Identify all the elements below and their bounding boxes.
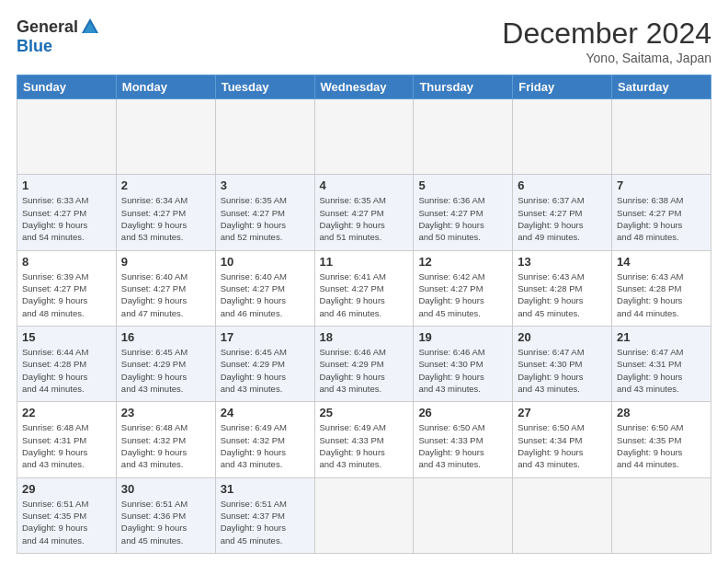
table-row — [116, 99, 215, 175]
table-row: 3Sunrise: 6:35 AMSunset: 4:27 PMDaylight… — [215, 175, 314, 250]
day-number: 4 — [320, 178, 409, 192]
day-number: 18 — [320, 330, 409, 344]
table-row: 10Sunrise: 6:40 AMSunset: 4:27 PMDayligh… — [215, 250, 314, 326]
day-number: 16 — [121, 330, 210, 344]
day-number: 29 — [22, 482, 111, 496]
table-row: 26Sunrise: 6:50 AMSunset: 4:33 PMDayligh… — [414, 402, 513, 477]
day-info: Sunrise: 6:41 AMSunset: 4:27 PMDaylight:… — [320, 270, 409, 319]
table-row: 22Sunrise: 6:48 AMSunset: 4:31 PMDayligh… — [17, 402, 117, 477]
table-row — [414, 99, 513, 175]
day-info: Sunrise: 6:49 AMSunset: 4:32 PMDaylight:… — [221, 421, 310, 470]
calendar-week-row: 1Sunrise: 6:33 AMSunset: 4:27 PMDaylight… — [17, 175, 711, 250]
col-thursday: Thursday — [414, 75, 513, 99]
day-number: 21 — [617, 330, 706, 344]
header: General Blue December 2024 Yono, Saitama… — [17, 17, 711, 65]
logo-icon — [80, 17, 100, 37]
table-row — [215, 99, 314, 175]
table-row: 28Sunrise: 6:50 AMSunset: 4:35 PMDayligh… — [612, 402, 711, 477]
day-number: 12 — [418, 255, 507, 269]
header-right: December 2024 Yono, Saitama, Japan — [502, 17, 711, 65]
table-row: 24Sunrise: 6:49 AMSunset: 4:32 PMDayligh… — [215, 402, 314, 477]
day-info: Sunrise: 6:48 AMSunset: 4:32 PMDaylight:… — [121, 421, 210, 470]
table-row: 21Sunrise: 6:47 AMSunset: 4:31 PMDayligh… — [612, 326, 711, 401]
table-row — [314, 99, 414, 175]
table-row: 27Sunrise: 6:50 AMSunset: 4:34 PMDayligh… — [513, 402, 612, 477]
table-row: 2Sunrise: 6:34 AMSunset: 4:27 PMDaylight… — [116, 175, 215, 250]
day-number: 30 — [121, 482, 210, 496]
table-row: 20Sunrise: 6:47 AMSunset: 4:30 PMDayligh… — [513, 326, 612, 401]
table-row: 11Sunrise: 6:41 AMSunset: 4:27 PMDayligh… — [314, 250, 414, 326]
table-row: 15Sunrise: 6:44 AMSunset: 4:28 PMDayligh… — [17, 326, 117, 401]
day-number: 7 — [617, 178, 706, 192]
day-number: 8 — [22, 255, 111, 269]
table-row: 29Sunrise: 6:51 AMSunset: 4:35 PMDayligh… — [17, 477, 117, 553]
table-row: 16Sunrise: 6:45 AMSunset: 4:29 PMDayligh… — [116, 326, 215, 401]
location: Yono, Saitama, Japan — [502, 51, 711, 65]
calendar-week-row: 15Sunrise: 6:44 AMSunset: 4:28 PMDayligh… — [17, 326, 711, 401]
col-wednesday: Wednesday — [314, 75, 414, 99]
table-row: 25Sunrise: 6:49 AMSunset: 4:33 PMDayligh… — [314, 402, 414, 477]
day-number: 27 — [518, 406, 607, 419]
day-info: Sunrise: 6:51 AMSunset: 4:35 PMDaylight:… — [22, 498, 111, 546]
day-info: Sunrise: 6:46 AMSunset: 4:30 PMDaylight:… — [418, 346, 507, 395]
day-info: Sunrise: 6:49 AMSunset: 4:33 PMDaylight:… — [320, 421, 409, 470]
table-row: 17Sunrise: 6:45 AMSunset: 4:29 PMDayligh… — [215, 326, 314, 401]
table-row: 14Sunrise: 6:43 AMSunset: 4:28 PMDayligh… — [612, 250, 711, 326]
day-number: 26 — [418, 406, 507, 419]
table-row — [612, 477, 711, 553]
day-info: Sunrise: 6:47 AMSunset: 4:30 PMDaylight:… — [518, 346, 607, 395]
day-number: 19 — [418, 330, 507, 344]
table-row: 1Sunrise: 6:33 AMSunset: 4:27 PMDaylight… — [17, 175, 117, 250]
table-row — [513, 477, 612, 553]
day-info: Sunrise: 6:45 AMSunset: 4:29 PMDaylight:… — [221, 346, 310, 395]
day-info: Sunrise: 6:47 AMSunset: 4:31 PMDaylight:… — [617, 346, 706, 395]
col-sunday: Sunday — [17, 75, 117, 99]
calendar-table: Sunday Monday Tuesday Wednesday Thursday… — [17, 75, 711, 554]
day-info: Sunrise: 6:50 AMSunset: 4:33 PMDaylight:… — [418, 421, 507, 470]
day-number: 2 — [121, 178, 210, 192]
day-info: Sunrise: 6:48 AMSunset: 4:31 PMDaylight:… — [22, 421, 111, 470]
logo-blue-text: Blue — [17, 37, 52, 56]
day-info: Sunrise: 6:34 AMSunset: 4:27 PMDaylight:… — [121, 194, 210, 243]
col-saturday: Saturday — [612, 75, 711, 99]
day-info: Sunrise: 6:37 AMSunset: 4:27 PMDaylight:… — [518, 194, 607, 243]
day-number: 31 — [221, 482, 310, 496]
table-row: 9Sunrise: 6:40 AMSunset: 4:27 PMDaylight… — [116, 250, 215, 326]
day-number: 20 — [518, 330, 607, 344]
table-row: 5Sunrise: 6:36 AMSunset: 4:27 PMDaylight… — [414, 175, 513, 250]
day-info: Sunrise: 6:51 AMSunset: 4:36 PMDaylight:… — [121, 498, 210, 546]
table-row: 19Sunrise: 6:46 AMSunset: 4:30 PMDayligh… — [414, 326, 513, 401]
day-number: 23 — [121, 406, 210, 419]
table-row: 12Sunrise: 6:42 AMSunset: 4:27 PMDayligh… — [414, 250, 513, 326]
day-info: Sunrise: 6:43 AMSunset: 4:28 PMDaylight:… — [518, 270, 607, 319]
day-number: 25 — [320, 406, 409, 419]
day-number: 14 — [617, 255, 706, 269]
month-title: December 2024 — [502, 17, 711, 51]
day-info: Sunrise: 6:45 AMSunset: 4:29 PMDaylight:… — [121, 346, 210, 395]
day-number: 28 — [617, 406, 706, 419]
day-info: Sunrise: 6:40 AMSunset: 4:27 PMDaylight:… — [221, 270, 310, 319]
day-number: 1 — [22, 178, 111, 192]
day-info: Sunrise: 6:50 AMSunset: 4:34 PMDaylight:… — [518, 421, 607, 470]
table-row — [314, 477, 414, 553]
col-tuesday: Tuesday — [215, 75, 314, 99]
table-row — [17, 99, 117, 175]
table-row: 23Sunrise: 6:48 AMSunset: 4:32 PMDayligh… — [116, 402, 215, 477]
day-number: 15 — [22, 330, 111, 344]
day-number: 22 — [22, 406, 111, 419]
day-number: 17 — [221, 330, 310, 344]
day-info: Sunrise: 6:33 AMSunset: 4:27 PMDaylight:… — [22, 194, 111, 243]
day-info: Sunrise: 6:43 AMSunset: 4:28 PMDaylight:… — [617, 270, 706, 319]
day-number: 3 — [221, 178, 310, 192]
table-row: 4Sunrise: 6:35 AMSunset: 4:27 PMDaylight… — [314, 175, 414, 250]
day-info: Sunrise: 6:39 AMSunset: 4:27 PMDaylight:… — [22, 270, 111, 319]
day-info: Sunrise: 6:40 AMSunset: 4:27 PMDaylight:… — [121, 270, 210, 319]
col-friday: Friday — [513, 75, 612, 99]
table-row: 31Sunrise: 6:51 AMSunset: 4:37 PMDayligh… — [215, 477, 314, 553]
day-number: 5 — [418, 178, 507, 192]
day-info: Sunrise: 6:50 AMSunset: 4:35 PMDaylight:… — [617, 421, 706, 470]
table-row: 18Sunrise: 6:46 AMSunset: 4:29 PMDayligh… — [314, 326, 414, 401]
logo-general-text: General — [17, 17, 78, 37]
calendar-week-row — [17, 99, 711, 175]
day-info: Sunrise: 6:42 AMSunset: 4:27 PMDaylight:… — [418, 270, 507, 319]
